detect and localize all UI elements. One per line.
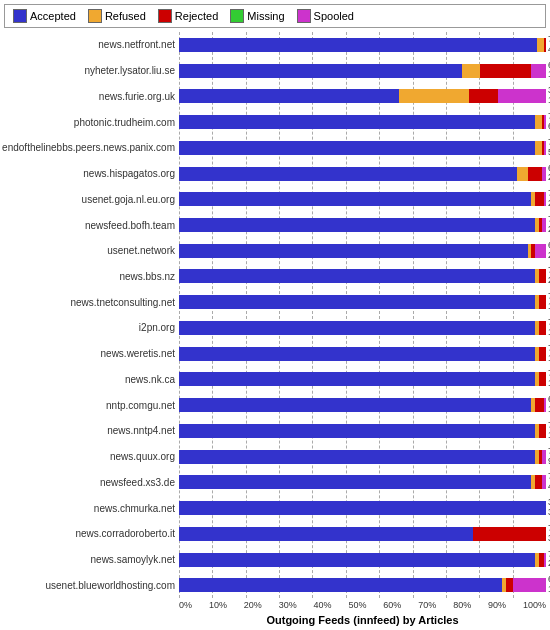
- seg-spooled: [542, 450, 546, 464]
- seg-refused: [535, 141, 542, 155]
- seg-accepted: [179, 115, 535, 129]
- bar-inner: [179, 321, 546, 335]
- bar-inner: [179, 424, 546, 438]
- seg-rejected: [544, 38, 546, 52]
- seg-accepted: [179, 501, 546, 515]
- seg-spooled: [544, 192, 546, 206]
- legend-item-missing: Missing: [230, 9, 284, 23]
- bar-inner: [179, 475, 546, 489]
- bar-wrapper: 7168258: [179, 218, 546, 232]
- bar-wrapper: 74284445: [179, 38, 546, 52]
- bar-row: 738226: [179, 547, 546, 573]
- legend-swatch-spooled: [297, 9, 311, 23]
- bar-row: 319437: [179, 495, 546, 521]
- bar-wrapper: 7388652: [179, 115, 546, 129]
- bar-inner: [179, 269, 546, 283]
- y-label: news.bbs.nz: [4, 264, 175, 290]
- x-tick: 50%: [348, 600, 366, 610]
- seg-accepted: [179, 244, 528, 258]
- legend-swatch-accepted: [13, 9, 27, 23]
- seg-accepted: [179, 578, 502, 592]
- seg-accepted: [179, 398, 531, 412]
- seg-spooled: [544, 553, 546, 567]
- bar-row: 7053261: [179, 186, 546, 212]
- bar-row: 7407505: [179, 135, 546, 161]
- x-tick: 40%: [314, 600, 332, 610]
- legend-swatch-rejected: [158, 9, 172, 23]
- x-title: Outgoing Feeds (innfeed) by Articles: [179, 614, 546, 626]
- bar-row: 7452173: [179, 289, 546, 315]
- seg-accepted: [179, 424, 535, 438]
- bar-wrapper: 6474253: [179, 244, 546, 258]
- chart-container: AcceptedRefusedRejectedMissingSpooled ne…: [0, 0, 550, 630]
- bar-inner: [179, 295, 546, 309]
- legend-item-spooled: Spooled: [297, 9, 354, 23]
- bar-inner: [179, 501, 546, 515]
- bar-row: 74284445: [179, 32, 546, 58]
- bar-inner: [179, 115, 546, 129]
- seg-refused: [517, 167, 528, 181]
- bar-wrapper: 319437: [179, 501, 546, 515]
- bar-wrapper: 655611: [179, 578, 546, 592]
- seg-accepted: [179, 89, 399, 103]
- x-tick: 0%: [179, 600, 192, 610]
- bar-row: 7388652: [179, 109, 546, 135]
- x-ticks: 0%10%20%30%40%50%60%70%80%90%100%: [179, 598, 546, 612]
- bar-row: 7370101: [179, 418, 546, 444]
- bar-wrapper: 7407505: [179, 141, 546, 155]
- bar-wrapper: 7452173: [179, 295, 546, 309]
- seg-spooled: [542, 475, 546, 489]
- bars-section: news.netfront.netnyheter.lysator.liu.sen…: [4, 32, 546, 598]
- bar-row: 7578238: [179, 264, 546, 290]
- bar-wrapper: 60731264: [179, 64, 546, 78]
- bar-row: 38541244: [179, 83, 546, 109]
- bar-inner: [179, 192, 546, 206]
- y-label: news.tnetconsulting.net: [4, 289, 175, 315]
- seg-rejected: [506, 578, 513, 592]
- bar-wrapper: 7364117: [179, 372, 546, 386]
- bar-inner: [179, 244, 546, 258]
- legend-swatch-missing: [230, 9, 244, 23]
- bar-wrapper: 7420143: [179, 347, 546, 361]
- legend-label-rejected: Rejected: [175, 10, 218, 22]
- seg-accepted: [179, 192, 531, 206]
- y-label: news.quux.org: [4, 444, 175, 470]
- seg-rejected: [539, 321, 546, 335]
- seg-spooled: [498, 89, 546, 103]
- seg-refused: [399, 89, 469, 103]
- seg-accepted: [179, 38, 537, 52]
- bar-wrapper: 730343: [179, 475, 546, 489]
- seg-accepted: [179, 450, 535, 464]
- seg-accepted: [179, 321, 535, 335]
- bar-row: 6882116: [179, 392, 546, 418]
- legend-item-accepted: Accepted: [13, 9, 76, 23]
- y-label: usenet.blueworldhosting.com: [4, 572, 175, 598]
- seg-rejected: [535, 192, 544, 206]
- seg-accepted: [179, 64, 462, 78]
- bar-inner: [179, 141, 546, 155]
- y-label: news.netfront.net: [4, 32, 175, 58]
- seg-rejected: [539, 372, 546, 386]
- seg-rejected: [539, 424, 546, 438]
- y-label: i2pn.org: [4, 315, 175, 341]
- seg-spooled: [542, 167, 546, 181]
- legend-label-missing: Missing: [247, 10, 284, 22]
- bar-inner: [179, 527, 546, 541]
- seg-spooled: [544, 115, 546, 129]
- y-label: news.nntp4.net: [4, 418, 175, 444]
- legend-swatch-refused: [88, 9, 102, 23]
- x-tick: 80%: [453, 600, 471, 610]
- seg-refused: [535, 115, 542, 129]
- bars-and-values: 7428444560731264385412447388652740750568…: [179, 32, 546, 598]
- y-labels: news.netfront.netnyheter.lysator.liu.sen…: [4, 32, 179, 598]
- y-label: news.hispagatos.org: [4, 161, 175, 187]
- bar-row: 73731: [179, 521, 546, 547]
- x-tick: 70%: [418, 600, 436, 610]
- seg-accepted: [179, 475, 531, 489]
- bar-row: 7168258: [179, 212, 546, 238]
- seg-rejected: [528, 167, 543, 181]
- bar-wrapper: 7186152: [179, 321, 546, 335]
- bar-inner: [179, 553, 546, 567]
- bar-row: 7186152: [179, 315, 546, 341]
- x-tick: 30%: [279, 600, 297, 610]
